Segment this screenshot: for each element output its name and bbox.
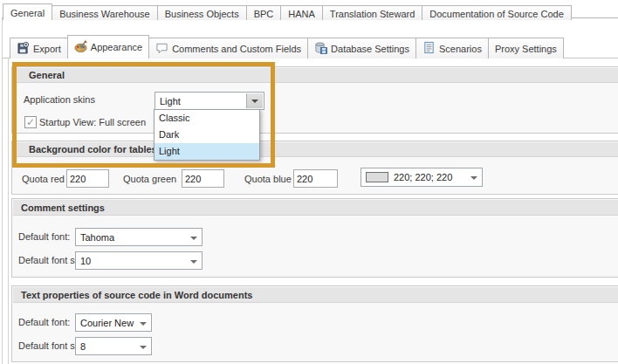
- chevron-down-icon[interactable]: [246, 93, 263, 108]
- tab-scenarios[interactable]: Scenarios: [415, 38, 489, 58]
- word-font-select[interactable]: Courier New: [75, 313, 152, 332]
- application-skins-value: Light: [160, 96, 181, 106]
- background-color-section-header: Background color for tables: [13, 142, 618, 157]
- tab-scenarios-label: Scenarios: [439, 44, 482, 54]
- database-icon: [314, 41, 327, 56]
- chevron-down-icon: [470, 176, 477, 180]
- word-font-value: Courier New: [80, 318, 134, 328]
- tab-documentation-of-source-code[interactable]: Documentation of Source Code: [422, 5, 571, 20]
- tab-appearance[interactable]: Appearance: [67, 35, 149, 58]
- tab-translation-steward[interactable]: Translation Steward: [322, 5, 422, 20]
- tab-export[interactable]: Export: [10, 38, 68, 58]
- tab-appearance-label: Appearance: [91, 42, 142, 52]
- word-text-properties-header: Text properties of source code in Word d…: [13, 287, 618, 303]
- startup-fullscreen-checkbox[interactable]: ✓: [24, 116, 37, 128]
- tab-proxy-settings-label: Proxy Settings: [495, 44, 557, 54]
- word-font-label: Default font:: [18, 317, 70, 327]
- word-font-size-value: 8: [80, 341, 86, 352]
- tab-business-warehouse[interactable]: Business Warehouse: [52, 5, 158, 20]
- tab-hana[interactable]: HANA: [280, 5, 323, 20]
- quota-red-label: Quota red: [22, 174, 65, 184]
- dropdown-item-light[interactable]: Light: [154, 143, 259, 160]
- tab-proxy-settings[interactable]: Proxy Settings: [488, 38, 564, 58]
- chevron-down-icon: [140, 322, 147, 326]
- comment-font-select[interactable]: Tahoma: [75, 228, 203, 246]
- tab-bpc[interactable]: BPC: [246, 5, 282, 20]
- word-text-properties-section: Text properties of source code in Word d…: [11, 285, 618, 362]
- preferences-window: General Business Warehouse Business Obje…: [0, 0, 618, 364]
- background-color-section: Background color for tables Quota red Qu…: [11, 141, 618, 195]
- scenarios-icon: [422, 41, 436, 56]
- word-font-size-select[interactable]: 8: [75, 337, 152, 355]
- tab-export-label: Export: [33, 44, 61, 54]
- tab-business-objects[interactable]: Business Objects: [157, 5, 247, 20]
- settings-tabstrip: Export Appearance Comments and Custom Fi…: [10, 35, 563, 58]
- tab-comments-and-custom-fields[interactable]: Comments and Custom Fields: [148, 38, 308, 58]
- application-skins-label: Application skins: [24, 94, 95, 105]
- export-icon: [17, 41, 30, 56]
- check-icon: ✓: [26, 117, 35, 127]
- tab-general[interactable]: General: [3, 3, 52, 20]
- quota-red-input[interactable]: [66, 169, 109, 188]
- comment-font-value: Tahoma: [80, 232, 114, 243]
- startup-fullscreen-label: Startup View: Full screen: [39, 117, 146, 127]
- quota-blue-input[interactable]: [293, 169, 338, 188]
- table-color-select[interactable]: 220; 220; 220: [360, 168, 483, 187]
- quota-green-input[interactable]: [182, 169, 224, 188]
- chevron-down-icon: [190, 260, 197, 264]
- tab-database-settings-label: Database Settings: [331, 44, 409, 54]
- chevron-down-icon: [140, 346, 147, 349]
- general-section-header: General: [13, 68, 618, 83]
- skins-dropdown-list: Classic Dark Light: [154, 109, 260, 161]
- page-left-border: [2, 17, 3, 364]
- tab-comments-label: Comments and Custom Fields: [172, 44, 301, 54]
- quota-blue-label: Quota blue: [244, 174, 292, 184]
- module-tabstrip: General Business Warehouse Business Obje…: [3, 3, 571, 20]
- inner-left-border: [8, 58, 9, 364]
- comment-settings-section: Comment settings Default font: Tahoma De…: [11, 198, 618, 278]
- dropdown-item-classic[interactable]: Classic: [154, 110, 259, 127]
- comments-icon: [155, 41, 168, 56]
- comment-font-size-value: 10: [80, 256, 91, 266]
- comment-font-label: Default font:: [18, 231, 70, 242]
- comment-settings-header: Comment settings: [13, 200, 618, 216]
- application-skins-select[interactable]: Light: [154, 92, 264, 110]
- quota-green-label: Quota green: [123, 174, 176, 184]
- dropdown-item-dark[interactable]: Dark: [154, 127, 259, 143]
- table-color-value: 220; 220; 220: [394, 172, 452, 182]
- tab-database-settings[interactable]: Database Settings: [307, 38, 416, 58]
- color-swatch: [366, 172, 388, 182]
- comment-font-size-select[interactable]: 10: [75, 251, 203, 270]
- general-section: General Application skins Light ✓ Startu…: [11, 66, 618, 134]
- appearance-icon: [74, 40, 87, 55]
- chevron-down-icon: [190, 237, 197, 240]
